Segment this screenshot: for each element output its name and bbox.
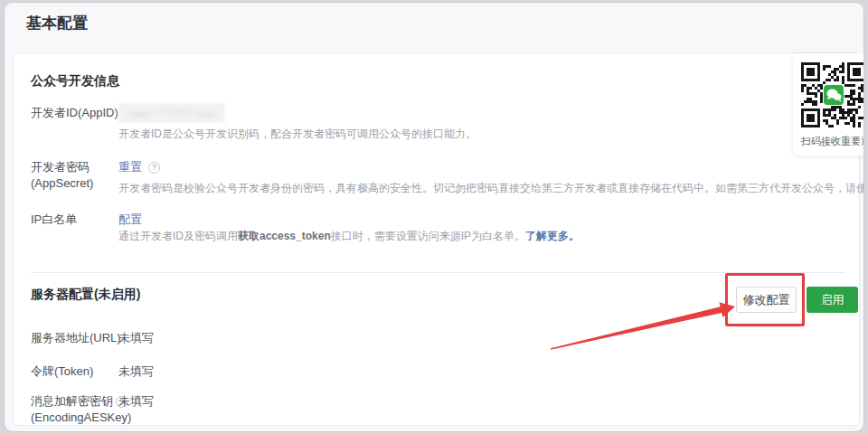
server-url-value: 未填写 bbox=[118, 330, 154, 346]
appid-label: 开发者ID(AppID) bbox=[31, 105, 118, 121]
ip-desc-suffix: 接口时，需要设置访问来源IP为白名单。 bbox=[331, 230, 525, 242]
enable-button[interactable]: 启用 bbox=[807, 287, 858, 313]
token-value: 未填写 bbox=[118, 363, 154, 380]
ip-desc-access-token: 获取access_token bbox=[238, 230, 331, 242]
learn-more-link[interactable]: 了解更多。 bbox=[525, 230, 580, 242]
token-label: 令牌(Token) bbox=[31, 363, 93, 380]
page-title: 基本配置 bbox=[26, 13, 88, 33]
section-title-server-config: 服务器配置(未启用) bbox=[31, 287, 140, 303]
section-divider bbox=[31, 272, 845, 273]
appsecret-label-line2: (AppSecret) bbox=[31, 175, 93, 192]
ip-whitelist-config-link[interactable]: 配置 bbox=[118, 212, 142, 228]
qr-caption: 扫码接收重要通知 bbox=[801, 135, 864, 148]
ip-desc-prefix: 通过开发者ID及密码调用 bbox=[118, 230, 238, 242]
aeskey-label-line1: 消息加解密密钥 bbox=[31, 393, 113, 410]
appid-description: 开发者ID是公众号开发识别码，配合开发者密码可调用公众号的接口能力。 bbox=[118, 127, 476, 142]
appsecret-description: 开发者密码是校验公众号开发者身份的密码，具有极高的安全性。切记勿把密码直接交给第… bbox=[118, 181, 864, 196]
qr-notice-card: 扫码接收重要通知 bbox=[793, 53, 864, 156]
wechat-qr-code-icon bbox=[801, 62, 864, 127]
ip-whitelist-label: IP白名单 bbox=[31, 212, 77, 228]
appid-value-redacted bbox=[118, 103, 225, 123]
appsecret-reset-link[interactable]: 重置 bbox=[118, 159, 142, 175]
ip-whitelist-description: 通过开发者ID及密码调用获取access_token接口时，需要设置访问来源IP… bbox=[118, 229, 580, 244]
server-url-label: 服务器地址(URL) bbox=[31, 330, 121, 346]
section-title-dev-info: 公众号开发信息 bbox=[31, 73, 119, 90]
modify-config-button[interactable]: 修改配置 bbox=[736, 287, 797, 313]
appsecret-help-icon[interactable]: ? bbox=[148, 162, 160, 174]
aeskey-value: 未填写 bbox=[118, 393, 154, 410]
appsecret-label-line1: 开发者密码 bbox=[31, 159, 90, 175]
aeskey-label-line2: (EncodingAESKey) bbox=[31, 410, 131, 426]
basic-config-page: 基本配置 公众号开发信息 开发者ID(AppID) 开发者ID是公众号开发识别码… bbox=[4, 2, 864, 432]
